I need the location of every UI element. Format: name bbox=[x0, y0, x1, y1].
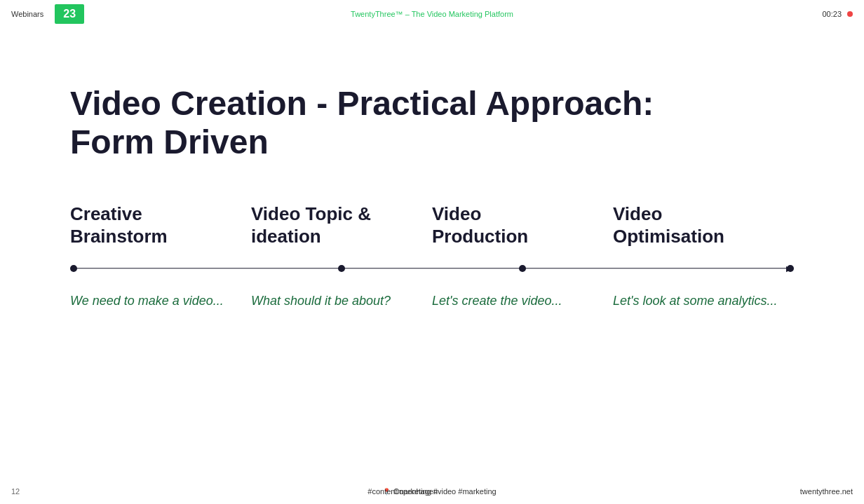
timer: 00:23 bbox=[822, 10, 842, 18]
footer-tags: #contentmarketing #video #marketing bbox=[367, 487, 496, 496]
step-descriptions: We need to make a video... What should i… bbox=[70, 292, 794, 310]
steps-labels: Creative Brainstorm Video Topic & ideati… bbox=[70, 203, 794, 247]
process-flow: Creative Brainstorm Video Topic & ideati… bbox=[70, 203, 794, 310]
step-desc-2: What should it be about? bbox=[251, 292, 432, 310]
header-right: 00:23 bbox=[822, 10, 853, 18]
header: Webinars 23 TwentyThree™ – The Video Mar… bbox=[0, 0, 864, 28]
slide-title-line1: Video Creation - Practical Approach: bbox=[70, 85, 654, 122]
step-desc-4: Let's look at some analytics... bbox=[613, 292, 794, 310]
step-desc-3: Let's create the video... bbox=[432, 292, 613, 310]
timeline: ► bbox=[70, 261, 794, 275]
header-center: TwentyThree™ – The Video Marketing Platf… bbox=[351, 10, 513, 18]
header-left: Webinars 23 bbox=[11, 4, 84, 24]
footer-brand: twentythree.net bbox=[800, 487, 853, 496]
step-desc-1: We need to make a video... bbox=[70, 292, 251, 310]
footer-page-number: 12 bbox=[11, 487, 20, 496]
timeline-dots bbox=[70, 265, 794, 272]
timeline-dot-1 bbox=[70, 265, 77, 272]
main-content: Video Creation - Practical Approach: For… bbox=[70, 42, 794, 462]
slide-title: Video Creation - Practical Approach: For… bbox=[70, 84, 794, 161]
webinars-label: Webinars bbox=[11, 10, 43, 18]
step-label-3: Video Production bbox=[432, 203, 613, 247]
slide-number-badge: 23 bbox=[55, 4, 84, 24]
footer: 12 📍 Copenhagen #contentmarketing #video… bbox=[0, 479, 864, 504]
timeline-arrow: ► bbox=[784, 263, 794, 274]
slide-title-line2: Form Driven bbox=[70, 123, 269, 161]
step-label-4: Video Optimisation bbox=[613, 203, 794, 247]
record-indicator bbox=[847, 11, 853, 17]
step-label-2: Video Topic & ideation bbox=[251, 203, 432, 247]
timeline-dot-2 bbox=[338, 265, 345, 272]
timeline-dot-3 bbox=[519, 265, 526, 272]
step-label-1: Creative Brainstorm bbox=[70, 203, 251, 247]
